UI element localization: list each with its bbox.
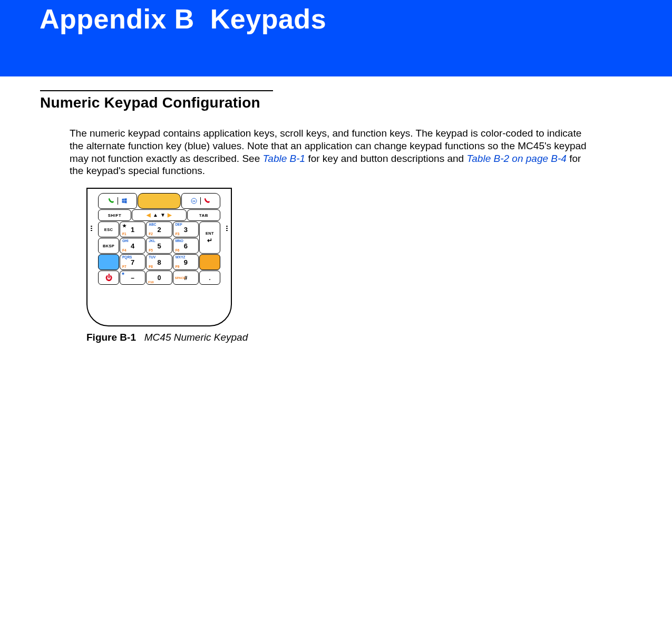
- pound-key: SPACE#: [173, 271, 199, 285]
- figure-label: Figure B-1: [86, 332, 136, 343]
- blue-fn-key: [98, 254, 119, 270]
- link-table-b1[interactable]: Table B-1: [262, 153, 305, 164]
- separator-icon: [200, 197, 201, 205]
- enter-arrow-icon: ↵: [207, 237, 212, 244]
- power-icon: ⏻: [105, 274, 112, 282]
- arrow-keys: ◀ ▲ ▼ ▶: [132, 209, 187, 221]
- figure-title: MC45 Numeric Keypad: [144, 332, 248, 343]
- keypad-outline: OK SHIFT ◀ ▲ ▼ ▶ TAB: [86, 188, 232, 326]
- bksp-key: BKSP: [98, 238, 119, 254]
- call-start-key: [98, 193, 137, 209]
- power-key: ⏻: [98, 271, 119, 285]
- appendix-title: Appendix B Keypads: [40, 3, 326, 35]
- ent-key: ENT ↵: [199, 221, 220, 254]
- star-icon: ★: [122, 223, 126, 228]
- key-1: ★F11: [120, 221, 145, 237]
- asterisk-icon: ✱: [122, 272, 124, 275]
- call-end-key: OK: [181, 193, 220, 209]
- ent-label: ENT: [206, 231, 214, 236]
- numpad: ★F11 ABCF22 DEFF33 GHIF44 JKLF55 MNOF66 …: [120, 221, 199, 270]
- arrow-right-icon: ▶: [168, 213, 172, 218]
- key-7: PQRSF77: [120, 254, 145, 270]
- arrow-down-icon: ▼: [160, 213, 165, 218]
- shift-key: SHIFT: [98, 209, 131, 221]
- windows-flag-icon: [121, 198, 128, 204]
- appendix-banner: Appendix B Keypads: [0, 0, 672, 76]
- section-heading-rule: Numeric Keypad Configuration: [40, 90, 273, 111]
- tab-key: TAB: [187, 209, 220, 221]
- key-0: F100: [146, 271, 172, 285]
- left-side-column: ESC BKSP: [98, 221, 119, 270]
- keypad-bottom-row: ⏻ ✱– F100 SPACE# .: [98, 271, 220, 285]
- key-2: ABCF22: [146, 221, 172, 237]
- keypad-nav-row: SHIFT ◀ ▲ ▼ ▶ TAB: [98, 209, 220, 221]
- key-5: JKLF55: [146, 238, 172, 254]
- dash-key: ✱–: [120, 271, 145, 285]
- keypad-main: ESC BKSP ★F11 ABCF22 DEFF33 GHIF44 JKLF5…: [98, 221, 220, 270]
- ok-circle-icon: OK: [191, 198, 197, 204]
- phone-red-icon: [204, 198, 210, 204]
- figure-keypad: OK SHIFT ◀ ▲ ▼ ▶ TAB: [86, 188, 619, 326]
- key-4: GHIF44: [120, 238, 145, 254]
- phone-green-icon: [108, 198, 114, 204]
- dot-key: .: [199, 271, 220, 285]
- svg-text:OK: OK: [192, 200, 196, 203]
- grip-right: [226, 226, 228, 231]
- right-side-column: ENT ↵: [199, 221, 220, 270]
- key-8: TUVF88: [146, 254, 172, 270]
- section-heading: Numeric Keypad Configuration: [40, 94, 260, 111]
- arrow-left-icon: ◀: [147, 213, 151, 218]
- key-3: DEFF33: [173, 221, 199, 237]
- separator-icon: [118, 197, 118, 205]
- para-text-2: for key and button descriptions and: [305, 153, 466, 164]
- page-content: Numeric Keypad Configuration The numeric…: [0, 76, 672, 343]
- intro-paragraph: The numeric keypad contains application …: [70, 127, 591, 177]
- link-table-b2[interactable]: Table B-2 on page B-4: [466, 153, 566, 164]
- key-6: MNOF66: [173, 238, 199, 254]
- scan-key: [138, 193, 180, 209]
- key-9: WXYZF99: [173, 254, 199, 270]
- keypad-top-row: OK: [98, 193, 220, 209]
- figure-caption: Figure B-1 MC45 Numeric Keypad: [86, 332, 619, 343]
- orange-fn-key: [199, 254, 220, 270]
- esc-key: ESC: [98, 221, 119, 237]
- arrow-up-icon: ▲: [153, 213, 158, 218]
- grip-left: [91, 226, 92, 231]
